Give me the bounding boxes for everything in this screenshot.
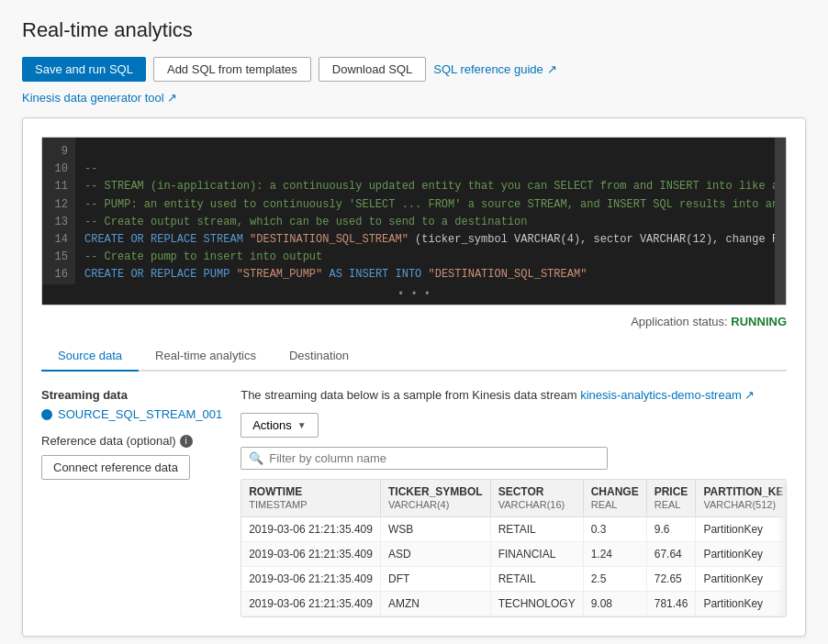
col-rowtime: ROWTIMETIMESTAMP	[241, 480, 380, 517]
info-icon: i	[180, 435, 193, 448]
filter-input[interactable]	[269, 451, 599, 465]
save-run-button[interactable]: Save and run SQL	[22, 57, 146, 82]
table-row: 2019-03-06 21:21:35.409WSBRETAIL0.39.6Pa…	[241, 517, 787, 542]
table-scroll-hint	[777, 480, 786, 616]
stream-item[interactable]: SOURCE_SQL_STREAM_001	[41, 407, 222, 421]
code-editor[interactable]: 9 10 11 12 13 14 15 16 17 18 19 20 21 --…	[41, 137, 787, 305]
table-header-row: ROWTIMETIMESTAMP TICKER_SYMBOLVARCHAR(4)…	[241, 480, 787, 517]
col-sector: SECTORVARCHAR(16)	[490, 480, 583, 517]
main-toolbar: Save and run SQL Add SQL from templates …	[22, 57, 806, 82]
tab-source-data[interactable]: Source data	[41, 341, 139, 372]
left-panel: Streaming data SOURCE_SQL_STREAM_001 Ref…	[41, 388, 222, 617]
reference-data-label: Reference data (optional) i	[41, 434, 222, 448]
col-price: PRICEREAL	[646, 480, 696, 517]
streaming-data-label: Streaming data	[41, 388, 222, 402]
scrollbar[interactable]	[775, 138, 786, 284]
connect-reference-button[interactable]: Connect reference data	[41, 455, 190, 480]
data-table-wrapper: ROWTIMETIMESTAMP TICKER_SYMBOLVARCHAR(4)…	[241, 479, 787, 617]
col-ticker: TICKER_SYMBOLVARCHAR(4)	[380, 480, 490, 517]
col-change: CHANGEREAL	[583, 480, 646, 517]
col-partition: PARTITION_KEYVARCHAR(512)	[696, 480, 787, 517]
data-table: ROWTIMETIMESTAMP TICKER_SYMBOLVARCHAR(4)…	[241, 480, 787, 616]
table-row: 2019-03-06 21:21:35.409ASDFINANCIAL1.246…	[241, 542, 787, 567]
code-content[interactable]: -- -- STREAM (in-application): a continu…	[75, 138, 786, 284]
line-numbers: 9 10 11 12 13 14 15 16 17 18 19 20 21	[42, 138, 75, 284]
status-bar: Application status: RUNNING	[41, 315, 787, 328]
page-title: Real-time analytics	[22, 18, 806, 42]
download-sql-button[interactable]: Download SQL	[319, 57, 426, 82]
filter-box[interactable]: 🔍	[241, 447, 608, 470]
add-sql-button[interactable]: Add SQL from templates	[153, 57, 311, 82]
actions-button[interactable]: Actions ▼	[241, 413, 319, 438]
search-icon: 🔍	[249, 451, 263, 465]
main-tabs: Source data Real-time analytics Destinat…	[41, 341, 787, 372]
sql-reference-button[interactable]: SQL reference guide ↗	[433, 58, 556, 81]
table-row: 2019-03-06 21:21:35.409DFTRETAIL2.572.65…	[241, 567, 787, 592]
tab-destination[interactable]: Destination	[273, 341, 365, 372]
external-link-icon: ↗	[547, 62, 557, 76]
code-dots: • • •	[42, 284, 786, 305]
kinesis-tool-link[interactable]: Kinesis data generator tool ↗	[22, 91, 806, 105]
external-link-icon-small: ↗	[167, 91, 177, 105]
radio-button[interactable]	[41, 409, 52, 420]
streaming-description: The streaming data below is a sample fro…	[241, 388, 787, 402]
external-link-icon-stream: ↗	[744, 388, 755, 402]
dropdown-arrow-icon: ▼	[297, 420, 307, 430]
table-row: 2019-03-06 21:21:35.409AMZNTECHNOLOGY9.0…	[241, 592, 787, 616]
main-content-area: 9 10 11 12 13 14 15 16 17 18 19 20 21 --…	[22, 117, 806, 637]
kinesis-stream-link[interactable]: kinesis-analytics-demo-stream ↗	[580, 388, 755, 402]
right-panel: The streaming data below is a sample fro…	[241, 388, 787, 617]
tab-content: Streaming data SOURCE_SQL_STREAM_001 Ref…	[41, 388, 787, 617]
tab-real-time-analytics[interactable]: Real-time analytics	[139, 341, 273, 372]
